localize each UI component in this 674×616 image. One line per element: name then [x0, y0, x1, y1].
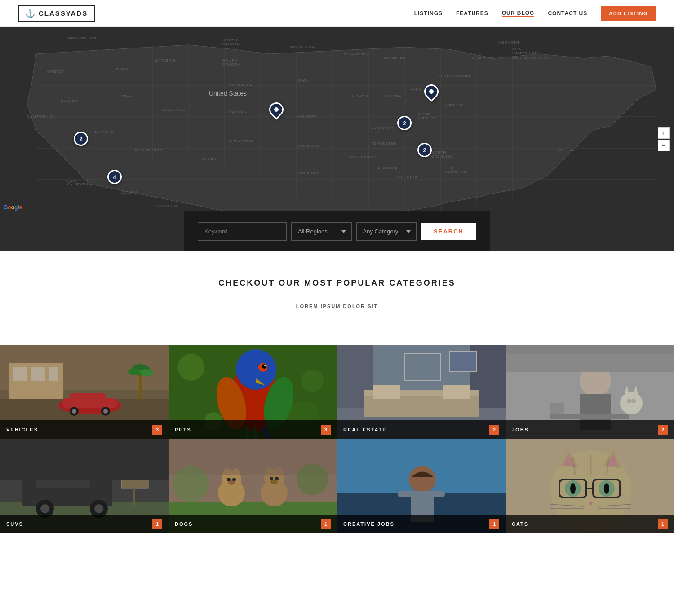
pets-label: PETS 3 — [168, 420, 337, 439]
map-marker-virginia[interactable]: 2 — [417, 143, 432, 157]
map-marker-baja[interactable]: 4 — [107, 170, 122, 184]
svg-point-60 — [620, 392, 643, 414]
svg-rect-63 — [550, 414, 629, 419]
zoom-out-button[interactable]: − — [658, 140, 670, 151]
anchor-icon: ⚓ — [25, 9, 35, 18]
category-vehicles[interactable]: VEHICLES 3 — [0, 345, 168, 439]
svg-point-95 — [173, 466, 209, 502]
category-realestate[interactable]: REAL ESTATE 2 — [337, 345, 505, 439]
svg-point-33 — [140, 369, 153, 376]
marker-circle-virginia: 2 — [417, 143, 432, 157]
logo-text: CLASSYADS — [39, 9, 88, 17]
logo[interactable]: ⚓ CLASSYADS — [18, 5, 95, 22]
region-select[interactable]: All Regions — [291, 222, 352, 241]
category-select[interactable]: Any Category — [356, 222, 417, 241]
header: ⚓ CLASSYADS LISTINGS FEATURES OUR BLOG C… — [0, 0, 674, 27]
category-suvs[interactable]: SUVS 1 — [0, 439, 168, 533]
marker-pin-northeast — [421, 81, 441, 101]
cats-name: CATS — [512, 521, 528, 527]
marker-pin-center-inner — [274, 107, 279, 112]
svg-point-96 — [297, 464, 328, 495]
suvs-count: 1 — [152, 519, 162, 529]
zoom-controls: + − — [658, 127, 670, 151]
suvs-name: SUVS — [6, 521, 23, 527]
svg-point-36 — [236, 349, 276, 390]
svg-rect-53 — [373, 385, 400, 399]
svg-rect-30 — [139, 372, 142, 399]
dogs-count: 1 — [321, 519, 331, 529]
svg-rect-66 — [505, 345, 674, 354]
vehicles-label: VEHICLES 3 — [0, 420, 168, 439]
svg-rect-103 — [429, 491, 445, 497]
svg-rect-56 — [449, 352, 476, 372]
nav-our-blog[interactable]: OUR BLOG — [502, 10, 535, 17]
category-jobs[interactable]: JOBS 2 — [505, 345, 674, 439]
realestate-count: 2 — [489, 425, 499, 435]
svg-point-28 — [72, 409, 76, 414]
pets-name: PETS — [175, 427, 191, 432]
vehicles-name: VEHICLES — [6, 427, 38, 432]
svg-rect-102 — [398, 491, 413, 497]
map-marker-northeast[interactable] — [424, 84, 439, 99]
cats-count: 1 — [658, 519, 668, 529]
google-logo: Google — [4, 203, 22, 211]
add-listing-button[interactable]: ADD LISTING — [601, 6, 656, 21]
svg-point-39 — [264, 365, 266, 366]
svg-point-61 — [627, 399, 631, 403]
svg-rect-55 — [404, 354, 440, 381]
svg-point-86 — [232, 478, 236, 481]
zoom-in-button[interactable]: + — [658, 127, 670, 139]
svg-point-32 — [128, 368, 142, 375]
categories-title: CHECKOUT OUR MOST POPULAR CATEGORIES — [0, 278, 674, 288]
vehicles-count: 3 — [152, 425, 162, 435]
suvs-label: SUVS 1 — [0, 515, 168, 533]
category-creative-jobs[interactable]: CREATIVE JOBS 1 — [337, 439, 505, 533]
svg-rect-64 — [550, 403, 564, 414]
map-marker-california[interactable]: 2 — [74, 132, 88, 146]
realestate-name: REAL ESTATE — [343, 427, 387, 432]
nav-features[interactable]: FEATURES — [456, 10, 488, 17]
svg-rect-21 — [31, 367, 45, 381]
jobs-name: JOBS — [512, 427, 529, 432]
marker-circle-baja: 4 — [107, 170, 122, 184]
dogs-name: DOGS — [175, 521, 193, 527]
svg-point-92 — [270, 477, 273, 480]
jobs-count: 2 — [658, 425, 668, 435]
svg-rect-54 — [443, 385, 470, 399]
map-section: WASHINGTON OREGON IDAHO WYOMING NEVADA U… — [0, 27, 674, 251]
marker-circle-ohio: 2 — [397, 116, 412, 130]
svg-point-38 — [262, 364, 266, 369]
svg-rect-22 — [49, 367, 58, 381]
svg-point-62 — [631, 399, 636, 403]
category-dogs[interactable]: DOGS 1 — [168, 439, 337, 533]
svg-rect-76 — [133, 488, 135, 506]
marker-pin-center — [266, 99, 286, 119]
main-nav: LISTINGS FEATURES OUR BLOG CONTACT US AD… — [414, 6, 656, 21]
nav-listings[interactable]: LISTINGS — [414, 10, 443, 17]
svg-point-112 — [604, 483, 609, 494]
categories-divider — [247, 296, 427, 296]
category-cats[interactable]: CATS 1 — [505, 439, 674, 533]
svg-rect-25 — [70, 393, 106, 400]
nav-contact-us[interactable]: CONTACT US — [548, 10, 587, 17]
cats-label: CATS 1 — [505, 515, 674, 533]
creative-jobs-name: CREATIVE JOBS — [343, 521, 395, 527]
map-marker-center[interactable] — [269, 102, 284, 117]
categories-grid-row1: VEHICLES 3 — [0, 345, 674, 439]
category-pets[interactable]: PETS 3 — [168, 345, 337, 439]
svg-point-93 — [275, 477, 279, 480]
svg-point-43 — [301, 370, 324, 392]
categories-grid-row2: SUVS 1 — [0, 439, 674, 533]
search-button[interactable]: SEARCH — [421, 223, 476, 240]
map-container[interactable]: WASHINGTON OREGON IDAHO WYOMING NEVADA U… — [0, 27, 674, 251]
dogs-label: DOGS 1 — [168, 515, 337, 533]
search-bar: All Regions Any Category SEARCH — [184, 211, 490, 251]
map-marker-ohio[interactable]: 2 — [397, 116, 412, 130]
svg-point-100 — [409, 466, 436, 493]
svg-point-74 — [94, 504, 103, 513]
categories-subtitle: LOREM IPSUM DOLOR SIT — [0, 304, 674, 309]
pets-count: 3 — [321, 425, 331, 435]
svg-rect-77 — [0, 439, 168, 480]
svg-point-29 — [103, 409, 108, 414]
keyword-input[interactable] — [198, 222, 287, 241]
